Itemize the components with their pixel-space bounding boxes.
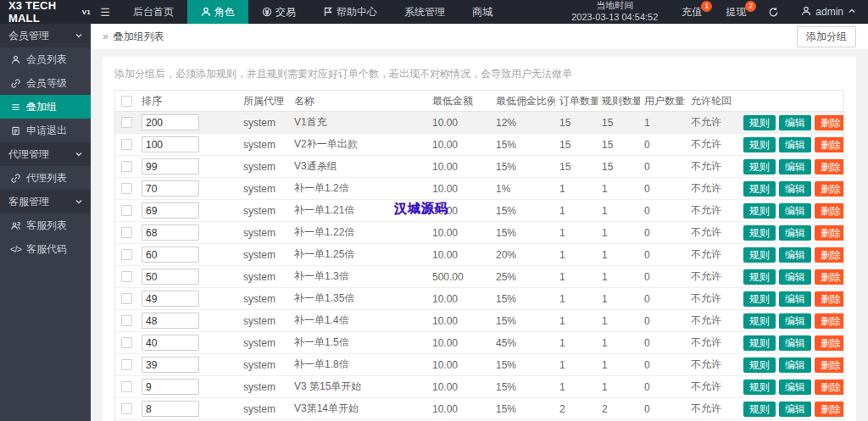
edit-button[interactable]: 编辑 bbox=[779, 247, 811, 263]
row-checkbox[interactable] bbox=[121, 117, 132, 128]
sidebar-item-agent-list[interactable]: 代理列表 bbox=[0, 166, 91, 190]
sidebar-section-member-mgmt[interactable]: 会员管理 bbox=[0, 24, 91, 47]
nav-item-system-admin[interactable]: 系统管理 bbox=[391, 0, 459, 24]
agent-cell: system bbox=[239, 271, 290, 283]
edit-button[interactable]: 编辑 bbox=[779, 137, 811, 152]
rules-cell: 1 bbox=[598, 381, 640, 393]
edit-button[interactable]: 编辑 bbox=[779, 335, 811, 351]
delete-button[interactable]: 删除 bbox=[815, 402, 843, 417]
rules-button[interactable]: 规则 bbox=[743, 159, 776, 174]
edit-button[interactable]: 编辑 bbox=[779, 203, 811, 219]
refresh-icon[interactable] bbox=[758, 0, 789, 24]
edit-button[interactable]: 编辑 bbox=[779, 181, 811, 197]
breadcrumb-arrow: » bbox=[103, 30, 108, 42]
row-checkbox[interactable] bbox=[121, 161, 132, 172]
row-checkbox[interactable] bbox=[121, 249, 132, 260]
delete-button[interactable]: 删除 bbox=[815, 115, 843, 130]
sort-input[interactable] bbox=[142, 180, 199, 197]
delete-button[interactable]: 删除 bbox=[815, 159, 843, 174]
edit-button[interactable]: 编辑 bbox=[779, 115, 811, 130]
nav-item-help-center[interactable]: 帮助中心 bbox=[309, 0, 391, 24]
delete-button[interactable]: 删除 bbox=[815, 225, 843, 241]
edit-button[interactable]: 编辑 bbox=[779, 379, 811, 395]
delete-button[interactable]: 删除 bbox=[815, 357, 843, 373]
sidebar-item-member-list[interactable]: 会员列表 bbox=[0, 47, 91, 71]
sort-input[interactable] bbox=[142, 202, 199, 219]
row-checkbox[interactable] bbox=[121, 337, 132, 348]
rules-button[interactable]: 规则 bbox=[743, 313, 776, 329]
edit-button[interactable]: 编辑 bbox=[779, 159, 811, 174]
row-checkbox[interactable] bbox=[121, 403, 132, 414]
rules-button[interactable]: 规则 bbox=[743, 181, 776, 197]
delete-button[interactable]: 删除 bbox=[815, 203, 843, 219]
sidebar-item-stack-group[interactable]: 叠加组 bbox=[0, 95, 91, 119]
row-checkbox[interactable] bbox=[121, 271, 132, 282]
delete-button[interactable]: 删除 bbox=[815, 379, 843, 395]
edit-button[interactable]: 编辑 bbox=[779, 269, 811, 285]
sort-input[interactable] bbox=[142, 114, 199, 130]
sidebar-item-exit-request[interactable]: 申请退出 bbox=[0, 119, 91, 142]
row-checkbox[interactable] bbox=[121, 227, 132, 238]
row-checkbox[interactable] bbox=[121, 183, 132, 194]
user-menu[interactable]: admin bbox=[789, 0, 868, 24]
row-checkbox[interactable] bbox=[121, 381, 132, 392]
rules-button[interactable]: 规则 bbox=[743, 357, 776, 373]
col-loop: 允许轮回 bbox=[687, 94, 739, 108]
sidebar-item-support-code[interactable]: </> 客服代码 bbox=[0, 237, 91, 261]
edit-button[interactable]: 编辑 bbox=[779, 402, 811, 417]
delete-button[interactable]: 删除 bbox=[815, 247, 843, 263]
delete-button[interactable]: 删除 bbox=[815, 291, 843, 307]
hamburger-icon[interactable]: ☰ bbox=[91, 0, 120, 24]
sort-input[interactable] bbox=[142, 357, 199, 373]
edit-button[interactable]: 编辑 bbox=[779, 225, 811, 241]
nav-item-mall[interactable]: 商城 bbox=[459, 0, 506, 24]
sidebar-section-agent-mgmt[interactable]: 代理管理 bbox=[0, 142, 91, 166]
edit-button[interactable]: 编辑 bbox=[779, 291, 811, 307]
rules-button[interactable]: 规则 bbox=[743, 203, 776, 219]
recharge-button[interactable]: 充值 1 bbox=[670, 0, 714, 24]
rules-button[interactable]: 规则 bbox=[743, 247, 776, 263]
row-checkbox[interactable] bbox=[121, 315, 132, 326]
orders-cell: 1 bbox=[555, 293, 598, 305]
select-all-checkbox[interactable] bbox=[121, 96, 132, 107]
rules-button[interactable]: 规则 bbox=[743, 225, 776, 241]
sort-input[interactable] bbox=[142, 401, 199, 417]
sort-input[interactable] bbox=[142, 269, 199, 285]
sort-input[interactable] bbox=[142, 136, 199, 152]
col-sort: 排序 bbox=[137, 94, 239, 108]
sort-input[interactable] bbox=[142, 335, 199, 351]
delete-button[interactable]: 删除 bbox=[815, 181, 843, 197]
nav-item-dashboard[interactable]: 后台首页 bbox=[120, 0, 187, 24]
rules-button[interactable]: 规则 bbox=[743, 137, 776, 152]
nav-item-trade[interactable]: 交易 bbox=[248, 0, 309, 24]
edit-button[interactable]: 编辑 bbox=[779, 313, 811, 329]
sort-input[interactable] bbox=[142, 247, 199, 263]
row-checkbox[interactable] bbox=[121, 359, 132, 370]
edit-button[interactable]: 编辑 bbox=[779, 357, 811, 373]
sort-input[interactable] bbox=[142, 224, 199, 241]
add-group-button[interactable]: 添加分组 bbox=[797, 26, 856, 47]
delete-button[interactable]: 删除 bbox=[815, 313, 843, 329]
rules-button[interactable]: 规则 bbox=[743, 402, 776, 417]
rules-button[interactable]: 规则 bbox=[743, 335, 776, 351]
sort-input[interactable] bbox=[142, 291, 199, 307]
sidebar-item-member-level[interactable]: 会员等级 bbox=[0, 71, 91, 95]
row-checkbox[interactable] bbox=[121, 293, 132, 304]
sidebar-section-support-mgmt[interactable]: 客服管理 bbox=[0, 190, 91, 213]
sort-input[interactable] bbox=[142, 313, 199, 329]
withdraw-button[interactable]: 提现 2 bbox=[714, 0, 758, 24]
rules-button[interactable]: 规则 bbox=[743, 269, 776, 285]
row-checkbox[interactable] bbox=[121, 205, 132, 216]
rules-button[interactable]: 规则 bbox=[743, 291, 776, 307]
rules-button[interactable]: 规则 bbox=[743, 115, 776, 130]
sidebar-item-support-list[interactable]: 客服列表 bbox=[0, 213, 91, 237]
delete-button[interactable]: 删除 bbox=[815, 269, 843, 285]
delete-button[interactable]: 删除 bbox=[815, 137, 843, 152]
rules-button[interactable]: 规则 bbox=[743, 379, 776, 395]
nav-item-roles[interactable]: 角色 bbox=[187, 0, 248, 24]
delete-button[interactable]: 删除 bbox=[815, 335, 843, 351]
row-checkbox[interactable] bbox=[121, 139, 132, 150]
sort-input[interactable] bbox=[142, 379, 199, 395]
sort-input[interactable] bbox=[142, 158, 199, 174]
users-cell: 0 bbox=[640, 183, 687, 195]
